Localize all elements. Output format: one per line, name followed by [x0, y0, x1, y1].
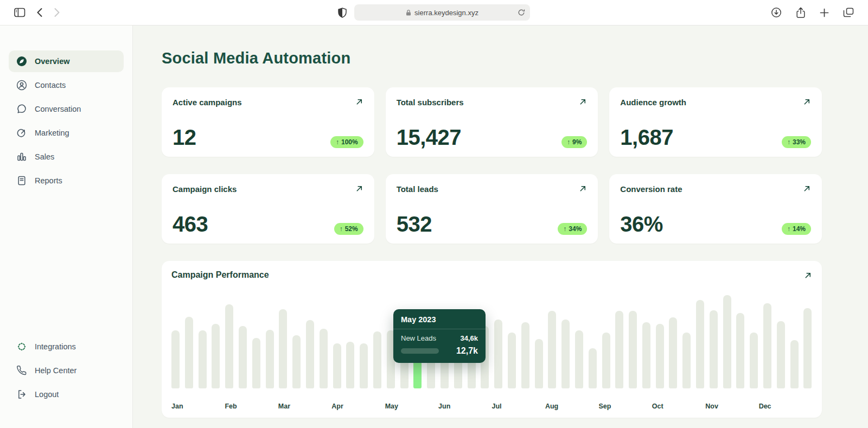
sidebar-item-label: Integrations — [35, 342, 76, 351]
downloads-icon[interactable] — [771, 7, 782, 18]
chart-bar[interactable] — [575, 330, 583, 388]
sidebar-item-label: Conversation — [35, 105, 81, 113]
sidebar-item-sales[interactable]: Sales — [9, 146, 124, 168]
stat-card-active-campaigns: Active campaigns 12 ↑100% — [162, 87, 374, 157]
stat-value: 36% — [620, 213, 663, 235]
contacts-person-icon — [16, 80, 27, 91]
tooltip-series-label: New Leads — [401, 334, 436, 342]
new-tab-icon[interactable] — [820, 8, 829, 17]
chart-bar[interactable] — [723, 295, 731, 388]
chart-bar[interactable] — [266, 330, 274, 388]
chart-bar[interactable] — [763, 303, 771, 388]
stat-card-total-leads: Total leads 532 ↑34% — [386, 174, 598, 244]
back-icon[interactable] — [36, 8, 43, 17]
sidebar-toggle-icon[interactable] — [14, 8, 25, 17]
chart-bar[interactable] — [373, 331, 381, 388]
chart-bar[interactable] — [212, 324, 220, 388]
stat-change-badge: ↑34% — [558, 223, 587, 235]
stats-grid: Active campaigns 12 ↑100% Total subscrib… — [162, 87, 822, 244]
chart-bar[interactable] — [346, 342, 354, 388]
sidebar-item-overview[interactable]: Overview — [9, 50, 124, 72]
stat-card-audience-growth: Audience growth 1,687 ↑33% — [609, 87, 822, 157]
overview-leaf-icon — [16, 56, 27, 67]
reload-icon[interactable] — [518, 9, 525, 16]
chart-bar[interactable] — [736, 313, 744, 388]
phone-icon — [16, 365, 27, 376]
stat-change-value: 9% — [572, 139, 582, 145]
stat-card-campaign-clicks: Campaign clicks 463 ↑52% — [162, 174, 374, 244]
privacy-shield-icon[interactable] — [338, 8, 347, 18]
stat-change-badge: ↑9% — [561, 136, 587, 148]
chart-bar[interactable] — [561, 320, 570, 388]
arrow-up-right-icon[interactable] — [804, 271, 812, 279]
chart-bar[interactable] — [548, 311, 556, 388]
chart-bars — [171, 295, 812, 388]
arrow-up-right-icon[interactable] — [579, 98, 587, 106]
chart-month-label: Dec — [759, 403, 812, 410]
chart-bar[interactable] — [656, 324, 664, 388]
arrow-up-right-icon[interactable] — [355, 98, 363, 106]
chart-bar[interactable] — [589, 348, 597, 388]
arrow-up-right-icon[interactable] — [579, 184, 587, 193]
chart-bar[interactable] — [535, 339, 543, 388]
chart-bar[interactable] — [360, 343, 368, 388]
chart-bar[interactable] — [494, 320, 502, 388]
chart-bar[interactable] — [239, 326, 247, 388]
stat-change-value: 100% — [341, 139, 358, 145]
stat-change-badge: ↑52% — [334, 223, 363, 235]
chart-bar[interactable] — [521, 322, 529, 388]
chart-bar[interactable] — [508, 333, 516, 388]
sidebar-item-label: Logout — [35, 390, 59, 399]
sidebar-item-conversation[interactable]: Conversation — [9, 98, 124, 120]
chart-bar[interactable] — [279, 309, 287, 388]
chart-bar[interactable] — [682, 333, 691, 388]
chart-bar[interactable] — [642, 322, 650, 388]
chart-bar[interactable] — [669, 317, 677, 388]
chart-bar[interactable] — [629, 311, 637, 388]
share-icon[interactable] — [796, 7, 806, 18]
arrow-up-icon: ↑ — [563, 226, 566, 232]
chart-month-label: Mar — [278, 403, 331, 410]
chart-bar[interactable] — [185, 317, 193, 388]
chart-bar[interactable] — [333, 343, 341, 388]
sidebar-item-help-center[interactable]: Help Center — [9, 360, 124, 381]
stat-change-value: 34% — [569, 226, 582, 232]
sidebar-item-label: Help Center — [35, 366, 76, 375]
stat-value: 1,687 — [620, 126, 673, 148]
tooltip-secondary-value: 12,7k — [456, 346, 478, 356]
sidebar-item-marketing[interactable]: Marketing — [9, 122, 124, 144]
arrow-up-right-icon[interactable] — [355, 184, 363, 193]
document-icon — [16, 175, 27, 186]
stat-label: Total subscribers — [397, 98, 586, 107]
arrow-up-right-icon[interactable] — [803, 184, 811, 193]
chart-bar[interactable] — [199, 330, 207, 388]
sidebar-item-reports[interactable]: Reports — [9, 170, 124, 191]
address-bar[interactable]: sierra.keydesign.xyz — [354, 4, 530, 21]
chart-bar[interactable] — [252, 338, 260, 388]
chart-bar[interactable] — [615, 311, 623, 388]
logout-arrow-icon — [16, 389, 27, 400]
chart-bar[interactable] — [803, 308, 812, 388]
arrow-up-right-icon[interactable] — [803, 98, 811, 106]
chart-bar[interactable] — [710, 310, 718, 388]
chart-bar[interactable] — [696, 300, 704, 388]
tab-overview-icon[interactable] — [843, 8, 854, 17]
sidebar-item-label: Marketing — [35, 129, 69, 137]
chart-bar[interactable] — [777, 321, 785, 388]
stat-card-total-subscribers: Total subscribers 15,427 ↑9% — [386, 87, 598, 157]
chart-bar[interactable] — [602, 333, 610, 388]
chart-bar[interactable] — [306, 320, 314, 388]
sidebar-spacer — [9, 194, 124, 336]
chart-bar[interactable] — [292, 335, 301, 388]
sidebar-item-integrations[interactable]: Integrations — [9, 336, 124, 357]
chart-bar[interactable] — [750, 333, 758, 388]
chart-bar[interactable] — [790, 340, 799, 388]
chart-bar[interactable] — [320, 329, 328, 388]
chart-bar[interactable] — [225, 304, 233, 388]
arrow-up-icon: ↑ — [787, 139, 790, 145]
sidebar-item-contacts[interactable]: Contacts — [9, 74, 124, 96]
sidebar-item-logout[interactable]: Logout — [9, 384, 124, 405]
chart-bar[interactable] — [171, 330, 180, 388]
chart-month-label: Apr — [331, 403, 385, 410]
stat-change-value: 52% — [345, 226, 358, 232]
